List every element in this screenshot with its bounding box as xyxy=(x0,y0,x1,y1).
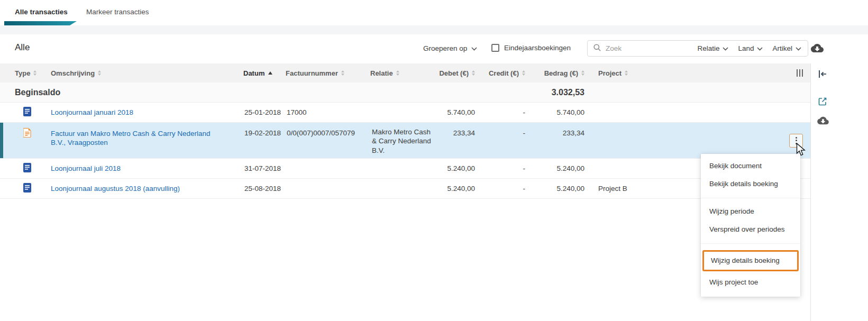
table-row[interactable]: Loonjournaal augustus 2018 (aanvulling) … xyxy=(0,179,810,199)
cell-type xyxy=(15,163,51,174)
journal-document-icon xyxy=(23,107,31,118)
section-divider-band xyxy=(0,25,868,34)
cell-debet: 233,34 xyxy=(431,123,476,137)
table-row[interactable]: Loonjournaal januari 2018 25-01-2018 170… xyxy=(0,103,810,123)
columns-icon xyxy=(797,69,803,77)
cell-credit: - xyxy=(476,164,526,172)
journal-document-icon xyxy=(23,183,31,194)
column-settings-button[interactable] xyxy=(661,69,810,77)
sort-icon xyxy=(472,70,475,76)
filter-relatie-label: Relatie xyxy=(697,44,719,52)
journal-document-icon xyxy=(23,163,31,174)
group-by-label: Groeperen op xyxy=(423,44,467,52)
cell-bedrag: 5.240,00 xyxy=(526,164,586,172)
open-edit-icon xyxy=(817,99,828,108)
table-row[interactable]: Loonjournaal juli 2018 31-07-2018 5.240,… xyxy=(0,159,810,179)
group-by-dropdown[interactable]: Groeperen op xyxy=(423,44,477,52)
filter-artikel-dropdown[interactable]: Artikel xyxy=(772,44,801,52)
chevron-down-icon xyxy=(471,44,477,52)
year-end-filter[interactable]: Eindejaarsboekingen xyxy=(491,44,571,52)
cell-omschrijving: Loonjournaal augustus 2018 (aanvulling) xyxy=(51,185,243,192)
cell-type xyxy=(15,183,51,194)
tab-bar: Alle transacties Markeer transacties xyxy=(0,0,868,25)
menu-item-bekijk-details-boeking[interactable]: Bekijk details boeking xyxy=(701,175,800,193)
sort-icon xyxy=(396,70,399,76)
invoice-document-icon xyxy=(23,128,31,139)
cell-type xyxy=(15,107,51,118)
cell-datum: 25-01-2018 xyxy=(243,108,286,116)
chevron-down-icon xyxy=(723,44,728,52)
sort-icon xyxy=(581,70,584,76)
right-toolbar xyxy=(810,63,868,321)
sort-icon xyxy=(33,70,36,76)
cell-factuurnummer: 17000 xyxy=(286,108,370,116)
sort-icon xyxy=(341,70,344,76)
filter-artikel-label: Artikel xyxy=(772,44,792,52)
column-header-datum[interactable]: Datum xyxy=(243,69,286,77)
search-input[interactable] xyxy=(606,44,688,52)
menu-item-verspreid-over-periodes[interactable]: Verspreid over periodes xyxy=(701,221,800,239)
beginsaldo-amount: 3.032,53 xyxy=(526,88,586,97)
search-icon xyxy=(593,43,601,54)
cell-type xyxy=(15,123,51,139)
cloud-download-icon xyxy=(817,118,829,127)
cell-credit: - xyxy=(476,185,526,192)
transaction-link[interactable]: Factuur van Makro Metro Cash & Carry Ned… xyxy=(51,129,226,148)
filter-relatie-dropdown[interactable]: Relatie xyxy=(697,44,728,52)
column-header-debet[interactable]: Debet (€) xyxy=(431,69,476,77)
transaction-link[interactable]: Loonjournaal januari 2018 xyxy=(51,108,133,116)
chevron-down-icon xyxy=(757,44,763,52)
row-actions-kebab-button[interactable] xyxy=(789,134,803,148)
tab-alle-transacties[interactable]: Alle transacties xyxy=(15,8,68,16)
column-header-factuurnummer[interactable]: Factuurnummer xyxy=(286,69,370,77)
transaction-link[interactable]: Loonjournaal augustus 2018 (aanvulling) xyxy=(51,185,180,192)
column-header-project[interactable]: Project xyxy=(586,69,661,77)
menu-item-wijzig-details-boeking[interactable]: Wijzig details boeking xyxy=(704,252,797,270)
chevron-down-icon xyxy=(796,44,801,52)
table-row-selected[interactable]: Factuur van Makro Metro Cash & Carry Ned… xyxy=(0,123,810,159)
menu-divider xyxy=(701,193,800,203)
annotation-highlight-box: Wijzig details boeking xyxy=(702,250,799,271)
cell-debet: 5.740,00 xyxy=(431,108,476,116)
beginsaldo-label: Beginsaldo xyxy=(15,88,243,97)
collapse-panel-button[interactable] xyxy=(817,69,828,81)
cell-debet: 5.240,00 xyxy=(431,185,476,192)
cell-project xyxy=(586,123,661,129)
download-cloud-button[interactable] xyxy=(817,116,829,127)
export-cloud-button[interactable] xyxy=(811,43,824,56)
year-end-label: Eindejaarsboekingen xyxy=(504,44,571,52)
transactions-table: Type Omschrijving Datum Factuurnummer Re… xyxy=(0,63,810,199)
column-header-credit[interactable]: Credit (€) xyxy=(476,69,526,77)
column-header-type[interactable]: Type xyxy=(15,69,51,77)
beginsaldo-row: Beginsaldo 3.032,53 xyxy=(0,82,810,103)
cell-datum: 31-07-2018 xyxy=(243,164,286,172)
table-header-row: Type Omschrijving Datum Factuurnummer Re… xyxy=(0,63,810,82)
column-header-omschrijving[interactable]: Omschrijving xyxy=(51,69,243,77)
edit-view-button[interactable] xyxy=(817,96,828,109)
cell-bedrag: 5.740,00 xyxy=(526,108,586,116)
filter-land-dropdown[interactable]: Land xyxy=(738,44,763,52)
collapse-right-icon xyxy=(817,72,828,81)
year-end-checkbox[interactable] xyxy=(491,44,499,52)
sort-icon xyxy=(98,70,101,76)
cloud-download-icon xyxy=(811,46,824,55)
filter-land-label: Land xyxy=(738,44,754,52)
cell-credit: - xyxy=(476,108,526,116)
cell-project: Project B xyxy=(586,185,661,192)
transaction-link[interactable]: Loonjournaal juli 2018 xyxy=(51,164,121,172)
row-context-menu: Bekijk document Bekijk details boeking W… xyxy=(701,154,800,297)
menu-item-bekijk-document[interactable]: Bekijk document xyxy=(701,157,800,175)
menu-item-wijzig-periode[interactable]: Wijzig periode xyxy=(701,203,800,221)
cell-datum: 19-02-2018 xyxy=(243,123,286,137)
cell-factuurnummer: 0/0(007)0007/057079 xyxy=(286,123,370,137)
cell-omschrijving: Factuur van Makro Metro Cash & Carry Ned… xyxy=(51,123,243,148)
menu-item-wijs-project-toe[interactable]: Wijs project toe xyxy=(701,273,800,291)
sort-ascending-icon xyxy=(268,71,272,75)
cell-debet: 5.240,00 xyxy=(431,164,476,172)
column-header-relatie[interactable]: Relatie xyxy=(370,69,431,77)
cell-relatie: Makro Metro Cash & Carry Nederland B.V. xyxy=(370,123,431,155)
cell-datum: 25-08-2018 xyxy=(243,185,286,192)
cell-bedrag: 5.240,00 xyxy=(526,185,586,192)
tab-markeer-transacties[interactable]: Markeer transacties xyxy=(86,8,149,16)
column-header-bedrag[interactable]: Bedrag (€) xyxy=(526,69,586,77)
